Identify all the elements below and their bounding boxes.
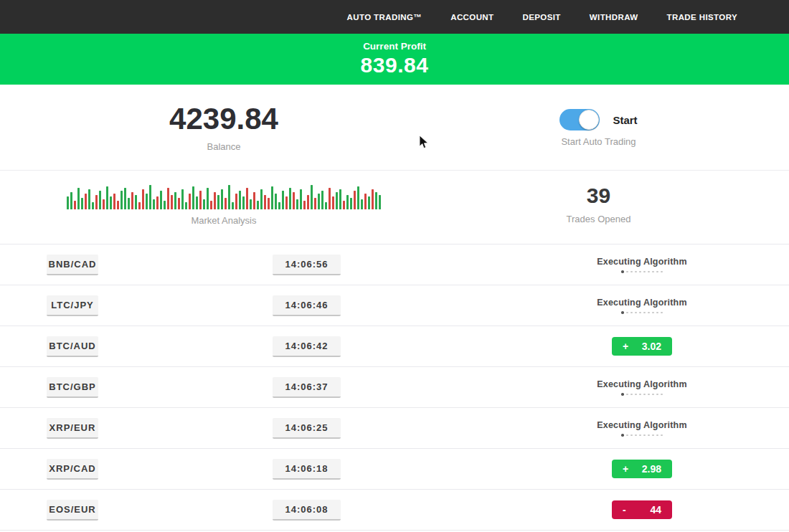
market-bar <box>336 192 338 209</box>
market-bar <box>311 185 313 209</box>
market-bar <box>199 191 202 209</box>
nav-item-auto-trading[interactable]: AUTO TRADING™ <box>347 13 422 22</box>
market-bar <box>289 188 291 209</box>
market-bar <box>228 185 230 209</box>
market-bar <box>329 188 331 209</box>
executing-algorithm-label: Executing Algorithm <box>597 257 687 267</box>
pnl-amount: 2.98 <box>642 463 661 475</box>
market-bar <box>95 195 98 209</box>
market-bar <box>196 196 198 209</box>
executing-algorithm-label: Executing Algorithm <box>597 379 687 389</box>
time-badge: 14:06:25 <box>273 418 341 439</box>
trade-row: XRP/EUR14:06:25Executing Algorithm <box>0 408 789 449</box>
market-bar <box>232 202 234 209</box>
loss-badge: -44 <box>612 500 672 519</box>
market-bar <box>192 186 194 209</box>
market-bar <box>354 191 356 209</box>
market-bar <box>221 189 223 209</box>
market-bar <box>117 201 119 209</box>
market-bar <box>164 201 166 209</box>
market-bar <box>81 198 83 209</box>
market-bar <box>88 189 90 209</box>
market-bar <box>167 188 169 209</box>
start-auto-trading-label: Start Auto Trading <box>561 136 636 147</box>
nav-item-withdraw[interactable]: WITHDRAW <box>590 13 638 22</box>
trade-row: BTC/GBP14:06:37Executing Algorithm <box>0 367 789 408</box>
market-analysis-chart <box>67 182 381 209</box>
nav-menu: AUTO TRADING™ACCOUNTDEPOSITWITHDRAWTRADE… <box>347 13 737 22</box>
market-bar <box>146 194 148 209</box>
market-bar <box>332 196 334 209</box>
auto-trading-dashboard: AUTO TRADING™ACCOUNTDEPOSITWITHDRAWTRADE… <box>0 0 789 532</box>
market-bar <box>346 195 349 209</box>
progress-dots <box>621 312 663 314</box>
market-bar <box>264 195 266 209</box>
progress-dots <box>621 271 663 273</box>
trade-row: LTC/JPY14:06:46Executing Algorithm <box>0 285 789 326</box>
market-bar <box>189 194 191 209</box>
market-bar <box>142 189 144 209</box>
market-analysis-label: Market Analysis <box>191 215 256 226</box>
market-bar <box>110 196 112 209</box>
market-bar <box>357 186 359 209</box>
market-bar <box>285 196 288 209</box>
pnl-amount: 44 <box>650 504 661 516</box>
market-bar <box>174 192 176 209</box>
market-bar <box>282 191 284 209</box>
market-bar <box>128 198 130 209</box>
market-bar <box>77 188 80 209</box>
nav-item-trade-history[interactable]: TRADE HISTORY <box>667 13 738 22</box>
pair-badge: BNB/CAD <box>47 255 98 275</box>
market-bar <box>275 194 277 209</box>
market-bar <box>203 199 205 209</box>
pair-badge: EOS/EUR <box>47 500 98 521</box>
progress-dots <box>621 394 663 396</box>
market-section: Market Analysis 39 Trades Opened <box>0 171 789 244</box>
market-bar <box>350 198 352 209</box>
trade-status: +2.98 <box>570 449 714 489</box>
market-bar <box>210 201 212 209</box>
current-profit-label: Current Profit <box>363 41 426 52</box>
nav-item-account[interactable]: ACCOUNT <box>450 13 493 22</box>
market-bar <box>278 202 280 209</box>
pair-badge: BTC/GBP <box>47 377 98 398</box>
time-badge: 14:06:46 <box>273 295 341 316</box>
trade-row: BNB/CAD14:06:56Executing Algorithm <box>0 244 789 285</box>
nav-item-deposit[interactable]: DEPOSIT <box>523 13 561 22</box>
market-bar <box>235 194 237 209</box>
market-bar <box>185 202 187 209</box>
executing-algorithm-label: Executing Algorithm <box>597 420 687 430</box>
market-bar <box>250 199 252 209</box>
market-bar <box>268 198 270 209</box>
market-bar <box>74 201 76 209</box>
market-bar <box>121 191 123 209</box>
market-bar <box>99 191 101 209</box>
trade-status: Executing Algorithm <box>570 244 714 285</box>
time-badge: 14:06:37 <box>273 377 341 398</box>
market-bar <box>372 189 374 209</box>
balance-value: 4239.84 <box>169 103 278 136</box>
market-bar <box>361 199 363 209</box>
market-bar <box>300 189 302 209</box>
market-bar <box>160 191 162 209</box>
market-bar <box>321 191 323 209</box>
pnl-sign: + <box>623 463 628 475</box>
auto-trading-toggle[interactable] <box>559 109 600 130</box>
market-bar <box>339 189 341 209</box>
trade-status: -44 <box>570 490 714 530</box>
trade-status: Executing Algorithm <box>570 285 714 326</box>
pair-badge: XRP/EUR <box>47 418 98 439</box>
time-badge: 14:06:42 <box>273 336 341 357</box>
market-bar <box>178 198 180 209</box>
market-bar <box>135 195 137 209</box>
pair-badge: LTC/JPY <box>47 295 98 316</box>
market-bar <box>214 192 216 209</box>
balance-label: Balance <box>207 141 241 152</box>
market-bar <box>257 201 259 209</box>
current-profit-banner: Current Profit 839.84 <box>0 34 789 85</box>
trades-opened-value: 39 <box>587 184 610 208</box>
market-bar <box>293 192 295 209</box>
toggle-knob <box>579 110 599 130</box>
trades-opened-label: Trades Opened <box>567 214 631 224</box>
pair-badge: BTC/AUD <box>47 336 98 357</box>
